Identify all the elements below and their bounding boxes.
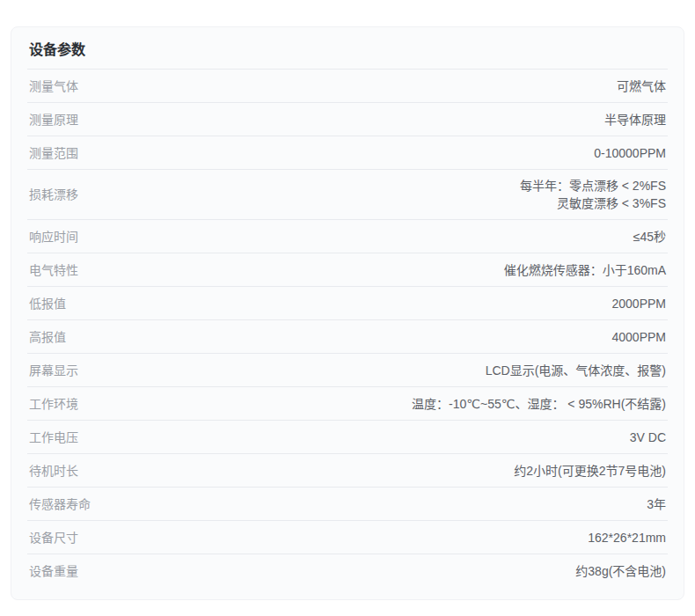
param-value: 温度：-10℃~55℃、湿度： < 95%RH(不结露) [99,395,666,413]
param-row: 设备尺寸 162*26*21mm [27,521,668,554]
param-row: 测量气体 可燃气体 [27,70,668,103]
param-value: 催化燃烧传感器：小于160mA [99,261,666,279]
param-value: LCD显示(电源、气体浓度、报警) [99,362,666,379]
param-value: 3年 [112,495,666,513]
param-row: 传感器寿命 3年 [27,488,668,521]
param-label: 高报值 [29,328,66,346]
param-row: 工作电压 3V DC [27,421,668,454]
param-row: 待机时长 约2小时(可更换2节7号电池) [27,454,668,488]
param-row: 工作环境 温度：-10℃~55℃、湿度： < 95%RH(不结露) [27,387,668,421]
param-value: 3V DC [99,429,666,446]
param-row: 高报值 4000PPM [27,320,668,354]
param-label: 响应时间 [29,228,78,246]
params-table: 测量气体 可燃气体 测量原理 半导体原理 测量范围 0-10000PPM 损耗漂… [27,70,668,588]
param-label: 损耗漂移 [29,186,78,203]
param-value: 每半年：零点漂移 < 2%FS 灵敏度漂移 < 3%FS [99,177,666,212]
param-label: 传感器寿命 [29,495,91,513]
param-row: 测量原理 半导体原理 [27,103,668,136]
param-row: 电气特性 催化燃烧传感器：小于160mA [27,253,668,287]
param-value: 0-10000PPM [99,144,666,162]
param-row: 设备重量 约38g(不含电池) [27,554,668,588]
param-value: ≤45秒 [99,228,666,246]
param-value: 约38g(不含电池) [99,562,666,580]
param-value: 半导体原理 [99,111,666,128]
param-label: 设备尺寸 [29,529,78,546]
param-value: 可燃气体 [99,77,666,95]
param-value: 2000PPM [87,295,666,312]
param-label: 工作电压 [29,429,78,446]
param-label: 屏幕显示 [29,362,78,379]
param-value: 约2小时(可更换2节7号电池) [99,462,666,480]
param-row: 测量范围 0-10000PPM [27,136,668,170]
card-title: 设备参数 [27,27,668,70]
param-label: 测量原理 [29,111,78,128]
param-row: 低报值 2000PPM [27,287,668,320]
param-label: 电气特性 [29,261,78,279]
page: 设备参数 测量气体 可燃气体 测量原理 半导体原理 测量范围 0-10000PP… [0,0,695,616]
param-label: 低报值 [29,295,66,312]
param-label: 设备重量 [29,562,78,580]
param-value: 162*26*21mm [99,529,666,546]
param-row: 损耗漂移 每半年：零点漂移 < 2%FS 灵敏度漂移 < 3%FS [27,170,668,220]
param-label: 工作环境 [29,395,78,413]
param-label: 待机时长 [29,462,78,480]
param-label: 测量范围 [29,144,78,162]
param-value: 4000PPM [87,328,666,346]
param-label: 测量气体 [29,77,78,95]
param-row: 屏幕显示 LCD显示(电源、气体浓度、报警) [27,354,668,387]
param-row: 响应时间 ≤45秒 [27,220,668,253]
device-params-card: 设备参数 测量气体 可燃气体 测量原理 半导体原理 测量范围 0-10000PP… [11,26,684,600]
